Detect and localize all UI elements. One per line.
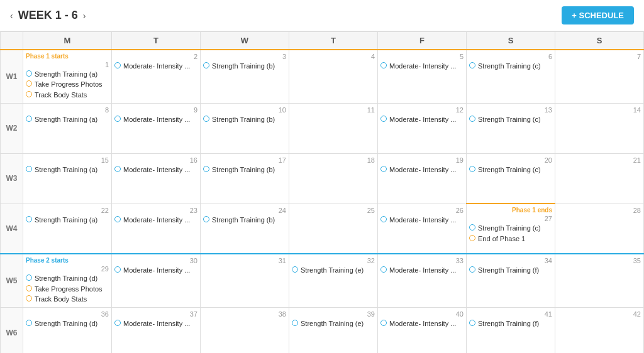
calendar-day-cell[interactable]: 12Moderate- Intensity ... [378, 103, 467, 153]
calendar-day-cell[interactable]: 28 [555, 204, 644, 254]
task-item[interactable]: Strength Training (b) [203, 165, 286, 174]
task-item[interactable]: Moderate- Intensity ... [114, 319, 197, 328]
calendar-day-cell[interactable]: 41Strength Training (f) [467, 308, 555, 353]
blue-circle-icon [380, 320, 387, 326]
calendar-day-cell[interactable]: 21 [555, 153, 644, 204]
calendar-day-cell[interactable]: 20Strength Training (c) [467, 153, 555, 204]
calendar-day-cell[interactable]: 24Strength Training (b) [201, 204, 289, 254]
calendar-header: MTWTFSS [1, 32, 644, 50]
task-label: Strength Training (f) [478, 266, 539, 274]
task-item[interactable]: Moderate- Intensity ... [380, 266, 464, 274]
task-item[interactable]: End of Phase 1 [469, 234, 552, 243]
calendar-day-cell[interactable]: 32Strength Training (e) [289, 254, 378, 307]
calendar-day-cell[interactable]: 25 [289, 204, 378, 254]
task-item[interactable]: Moderate- Intensity ... [114, 62, 197, 70]
calendar-day-cell[interactable]: 8Strength Training (a) [23, 103, 112, 153]
task-item[interactable]: Strength Training (b) [203, 62, 286, 70]
task-label: Strength Training (b) [212, 62, 275, 70]
task-item[interactable]: Moderate- Intensity ... [114, 215, 197, 224]
calendar-day-cell[interactable]: 11 [289, 103, 378, 153]
blue-circle-icon [380, 216, 387, 222]
day-number: 31 [203, 257, 286, 264]
task-item[interactable]: Take Progress Photos [26, 80, 109, 89]
task-item[interactable]: Strength Training (e) [292, 319, 375, 328]
task-item[interactable]: Moderate- Intensity ... [380, 165, 464, 174]
calendar-day-cell[interactable]: 36Strength Training (d) [23, 308, 112, 353]
calendar-day-cell[interactable]: 33Moderate- Intensity ... [378, 254, 467, 307]
task-item[interactable]: Moderate- Intensity ... [114, 266, 197, 274]
task-item[interactable]: Moderate- Intensity ... [380, 215, 464, 224]
calendar-day-cell[interactable]: 31 [201, 254, 289, 307]
day-number: 38 [203, 310, 286, 318]
task-item[interactable]: Strength Training (d) [26, 274, 109, 283]
header-day-col: W [201, 32, 289, 50]
task-item[interactable]: Strength Training (a) [26, 165, 109, 174]
day-number: 7 [558, 53, 641, 60]
task-item[interactable]: Strength Training (b) [203, 215, 286, 224]
calendar-day-cell[interactable]: Phase 1 ends27Strength Training (c)End o… [467, 204, 555, 254]
calendar-day-cell[interactable]: 34Strength Training (f) [467, 254, 555, 307]
calendar-day-cell[interactable]: 7 [555, 50, 644, 103]
calendar-day-cell[interactable]: 30Moderate- Intensity ... [112, 254, 201, 307]
task-item[interactable]: Strength Training (a) [26, 215, 109, 224]
calendar-day-cell[interactable]: Phase 2 starts29Strength Training (d)Tak… [23, 254, 112, 307]
task-item[interactable]: Strength Training (e) [292, 266, 375, 274]
task-item[interactable]: Track Body Stats [26, 295, 109, 303]
day-number: 15 [26, 156, 109, 164]
calendar-day-cell[interactable]: 5Moderate- Intensity ... [378, 50, 467, 103]
task-item[interactable]: Strength Training (c) [469, 165, 552, 174]
next-week-arrow[interactable]: › [83, 11, 86, 21]
blue-circle-icon [114, 62, 121, 68]
task-item[interactable]: Strength Training (d) [26, 319, 109, 328]
task-item[interactable]: Strength Training (c) [469, 62, 552, 70]
task-label: Moderate- Intensity ... [389, 115, 456, 124]
task-item[interactable]: Strength Training (b) [203, 115, 286, 124]
calendar-day-cell[interactable]: 16Moderate- Intensity ... [112, 153, 201, 204]
day-number: 13 [469, 106, 552, 114]
task-item[interactable]: Strength Training (f) [469, 319, 552, 328]
calendar-day-cell[interactable]: 42 [555, 308, 644, 353]
calendar-day-cell[interactable]: 14 [555, 103, 644, 153]
calendar-day-cell[interactable]: 35 [555, 254, 644, 307]
calendar-week-row: W5Phase 2 starts29Strength Training (d)T… [1, 254, 644, 307]
task-item[interactable]: Moderate- Intensity ... [380, 62, 464, 70]
task-item[interactable]: Strength Training (a) [26, 70, 109, 79]
calendar-day-cell[interactable]: 3Strength Training (b) [201, 50, 289, 103]
calendar-day-cell[interactable]: 38 [201, 308, 289, 353]
task-item[interactable]: Track Body Stats [26, 90, 109, 99]
calendar-day-cell[interactable]: 39Strength Training (e) [289, 308, 378, 353]
calendar-day-cell[interactable]: 26Moderate- Intensity ... [378, 204, 467, 254]
task-item[interactable]: Strength Training (f) [469, 266, 552, 274]
calendar-day-cell[interactable]: 6Strength Training (c) [467, 50, 555, 103]
task-item[interactable]: Strength Training (c) [469, 224, 552, 232]
calendar-day-cell[interactable]: 37Moderate- Intensity ... [112, 308, 201, 353]
blue-circle-icon [380, 62, 387, 68]
task-item[interactable]: Moderate- Intensity ... [380, 115, 464, 124]
day-number: 4 [292, 53, 375, 60]
task-item[interactable]: Moderate- Intensity ... [114, 165, 197, 174]
header-day-col: T [112, 32, 201, 50]
calendar-day-cell[interactable]: 22Strength Training (a) [23, 204, 112, 254]
task-item[interactable]: Take Progress Photos [26, 285, 109, 293]
task-item[interactable]: Moderate- Intensity ... [380, 319, 464, 328]
calendar-day-cell[interactable]: 2Moderate- Intensity ... [112, 50, 201, 103]
calendar-day-cell[interactable]: 40Moderate- Intensity ... [378, 308, 467, 353]
calendar-day-cell[interactable]: 15Strength Training (a) [23, 153, 112, 204]
calendar-day-cell[interactable]: 10Strength Training (b) [201, 103, 289, 153]
task-item[interactable]: Strength Training (a) [26, 115, 109, 124]
prev-week-arrow[interactable]: ‹ [10, 11, 13, 21]
task-item[interactable]: Strength Training (c) [469, 115, 552, 124]
calendar-day-cell[interactable]: 18 [289, 153, 378, 204]
calendar-day-cell[interactable]: 9Moderate- Intensity ... [112, 103, 201, 153]
schedule-button[interactable]: + SCHEDULE [562, 6, 634, 24]
calendar-day-cell[interactable]: 4 [289, 50, 378, 103]
calendar-day-cell[interactable]: Phase 1 starts1Strength Training (a)Take… [23, 50, 112, 103]
calendar-day-cell[interactable]: 17Strength Training (b) [201, 153, 289, 204]
task-item[interactable]: Moderate- Intensity ... [114, 115, 197, 124]
calendar-day-cell[interactable]: 23Moderate- Intensity ... [112, 204, 201, 254]
task-label: Strength Training (a) [35, 165, 97, 174]
week-label: W5 [1, 254, 23, 307]
calendar-day-cell[interactable]: 19Moderate- Intensity ... [378, 153, 467, 204]
task-label: Moderate- Intensity ... [123, 266, 190, 274]
calendar-day-cell[interactable]: 13Strength Training (c) [467, 103, 555, 153]
